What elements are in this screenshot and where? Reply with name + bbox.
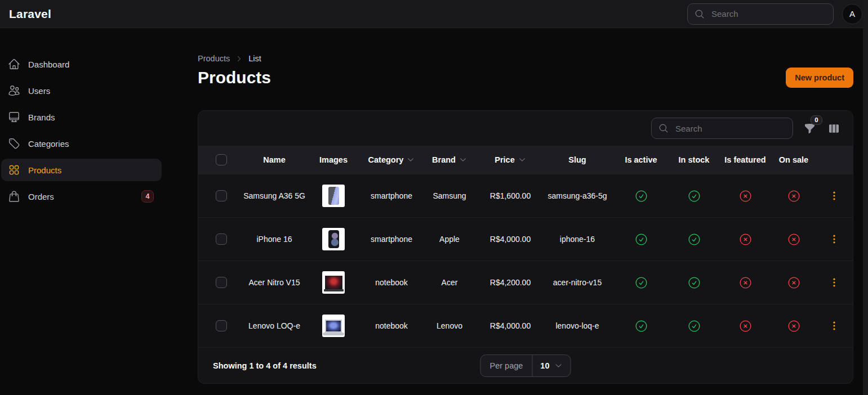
row-checkbox[interactable] [216,277,227,288]
sidebar-item-label: Categories [28,139,69,149]
sidebar-item-products[interactable]: Products [1,159,162,181]
table-row[interactable]: Samsung A36 5GsmartphoneSamsungR$1,600.0… [198,174,853,217]
category-value: smartphone [363,191,420,200]
row-actions-button[interactable] [826,318,842,334]
sidebar-item-dashboard[interactable]: Dashboard [1,53,162,75]
check-circle-icon [687,276,701,290]
row-actions-cell [816,275,853,290]
breadcrumb-item[interactable]: Products [198,54,230,63]
filter-button[interactable]: 0 [802,121,817,136]
brand-value: Lenovo [420,321,479,330]
sidebar-item-users[interactable]: Users [1,79,162,102]
row-actions-button[interactable] [826,188,842,204]
x-circle-icon [738,319,753,333]
chevron-right-icon [235,55,243,62]
table-row[interactable]: Acer Nitro V15notebookAcerR$4,200.00acer… [198,261,853,304]
ellipsis-vertical-icon [829,190,840,201]
column-header-category[interactable]: Category [363,155,420,164]
column-label: Brand [432,155,456,164]
users-icon [8,84,20,97]
column-header-price[interactable]: Price [479,155,542,164]
x-circle-icon [787,276,801,290]
x-circle-icon [787,232,801,246]
x-circle-icon [738,319,753,333]
per-page-value[interactable]: 10 [532,355,570,376]
boolean-cell [669,276,719,290]
column-label: On sale [779,155,808,164]
new-product-button[interactable]: New product [786,68,853,88]
column-label: Is active [625,155,657,164]
search-icon [658,123,669,133]
ellipsis-vertical-icon [829,277,840,288]
sidebar-item-categories[interactable]: Categories [1,132,162,155]
x-circle-icon [738,232,753,246]
sidebar-item-label: Users [28,86,50,96]
boolean-cell [669,189,719,203]
scrollbar[interactable] [863,0,868,395]
global-search[interactable] [687,3,834,25]
tag-icon [8,137,20,150]
sort-chevron-down-icon[interactable] [518,156,526,164]
x-circle-icon [787,232,801,246]
column-header-brand[interactable]: Brand [420,155,479,164]
x-circle-icon [738,232,753,246]
row-actions-button[interactable] [826,275,842,290]
topbar-right: A [687,3,862,25]
column-header-slug: Slug [542,155,613,164]
sidebar-item-brands[interactable]: Brands [1,106,162,128]
table-row[interactable]: Lenovo LOQ-enotebookLenovoR$4,000.00leno… [198,304,853,347]
boolean-cell [719,232,772,246]
column-label: Price [495,155,514,164]
column-label: Is featured [724,155,765,164]
sort-chevron-down-icon[interactable] [459,156,467,164]
topbar: Laravel A [0,0,868,28]
global-search-input[interactable] [710,8,826,19]
sort-chevron-down-icon[interactable] [407,156,415,164]
row-checkbox[interactable] [216,234,227,245]
images-cell [304,228,363,250]
category-value: smartphone [363,235,420,244]
column-header-is-active: Is active [613,155,669,164]
category-value: notebook [363,278,420,287]
filter-count-badge: 0 [811,115,822,125]
sidebar-item-orders[interactable]: Orders4 [1,185,162,208]
price-value: R$4,200.00 [479,278,542,287]
column-header-images: Images [304,155,363,164]
category-value: notebook [363,321,420,330]
check-circle-icon [634,319,648,333]
check-circle-icon [687,232,701,246]
check-circle-icon [634,189,648,203]
boolean-cell [772,319,816,333]
view-columns-icon [828,123,840,134]
product-image [325,320,342,333]
select-all-checkbox[interactable] [216,154,227,165]
column-label: Images [319,155,348,164]
table-search[interactable] [651,118,793,139]
row-actions-button[interactable] [826,231,842,247]
boolean-cell [613,276,669,290]
row-actions-cell [816,188,853,204]
app-logo: Laravel [9,7,51,21]
product-name: Acer Nitro V15 [244,278,304,287]
boolean-cell [719,189,772,203]
product-image [328,187,339,205]
x-circle-icon [738,189,753,203]
price-value: R$1,600.00 [479,191,542,200]
sidebar-item-label: Products [28,165,61,175]
table-search-input[interactable] [674,123,786,134]
boolean-cell [719,276,772,290]
check-circle-icon [687,189,701,203]
squares-2x2-icon [8,164,20,176]
x-circle-icon [787,276,801,290]
per-page-select[interactable]: Per page 10 [480,354,571,377]
breadcrumb: ProductsList [198,54,853,63]
row-checkbox[interactable] [216,190,227,201]
page-title: Products [198,68,271,88]
table-row[interactable]: iPhone 16smartphoneAppleR$4,000.00iphone… [198,217,853,261]
row-checkbox[interactable] [216,320,227,331]
product-name: iPhone 16 [244,235,304,244]
avatar[interactable]: A [842,4,862,24]
toggle-columns-button[interactable] [826,121,842,136]
x-circle-icon [738,276,753,290]
boolean-cell [613,189,669,203]
